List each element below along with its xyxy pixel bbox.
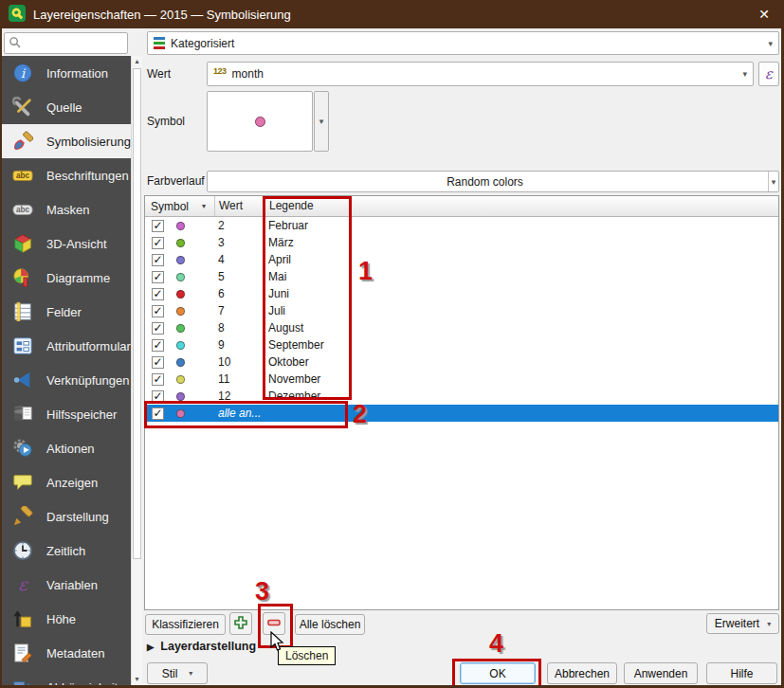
category-row[interactable]: ✓12Dezember	[145, 388, 778, 405]
window-border-left	[0, 28, 2, 688]
color-ramp-select[interactable]: Random colors ▾	[207, 171, 779, 192]
sidebar-item-beschriftungen[interactable]: abcBeschriftungen	[2, 158, 131, 192]
category-checkbox[interactable]: ✓	[152, 254, 164, 266]
category-row[interactable]: ✓8August	[145, 319, 778, 336]
variablen-icon: ε	[11, 573, 34, 596]
wert-select[interactable]: 123 month ▾	[207, 62, 754, 86]
quelle-icon	[11, 96, 34, 118]
header-wert[interactable]: Wert	[214, 196, 264, 216]
sidebar-item-darstellung[interactable]: Darstellung	[2, 499, 131, 534]
sidebar-item-label: Information	[46, 66, 108, 81]
category-row[interactable]: ✓6Juni	[145, 285, 778, 302]
sidebar-item-aktionen[interactable]: Aktionen	[2, 431, 131, 465]
category-checkbox[interactable]: ✓	[152, 220, 164, 232]
category-checkbox[interactable]: ✓	[152, 305, 164, 317]
sidebar-item-3d-ansicht[interactable]: 3D-Ansicht	[2, 226, 131, 261]
header-legende[interactable]: Legende	[264, 196, 778, 216]
sidebar-search[interactable]	[4, 32, 128, 54]
category-row[interactable]: ✓2Februar	[145, 217, 778, 234]
sidebar-item-hilfsspeicher[interactable]: Hilfsspeicher	[2, 397, 131, 431]
category-row[interactable]: ✓4April	[145, 251, 778, 268]
scroll-down-icon[interactable]: ▾	[132, 674, 142, 685]
erweitert-button[interactable]: Erweitert ▾	[706, 613, 779, 634]
sidebar-item-label: Darstellung	[46, 510, 109, 524]
hilfe-button[interactable]: Hilfe	[706, 662, 777, 684]
window-title: Layereigenschaften — 2015 — Symbolisieru…	[33, 8, 291, 22]
abbrechen-button[interactable]: Abbrechen	[547, 662, 617, 684]
category-row[interactable]: ✓3März	[145, 234, 778, 251]
scroll-up-icon[interactable]: ▴	[132, 56, 142, 67]
wert-label: Wert	[147, 62, 171, 86]
category-checkbox[interactable]: ✓	[152, 339, 164, 352]
sidebar-item-verknuepfungen[interactable]: Verknüpfungen	[2, 363, 131, 397]
sidebar-item-felder[interactable]: Felder	[2, 295, 131, 329]
category-row[interactable]: ✓10Oktober	[145, 353, 778, 371]
symbol-dropdown-button[interactable]: ▾	[314, 91, 329, 152]
sidebar-item-anzeigen[interactable]: Anzeigen	[2, 465, 131, 499]
sidebar-item-metadaten[interactable]: Metadaten	[2, 636, 131, 670]
category-row[interactable]: ✓5Mai	[145, 268, 778, 285]
category-row[interactable]: ✓9September	[145, 336, 778, 353]
sidebar-item-abhaengigkeiten[interactable]: Abhängigkeiten	[2, 670, 131, 685]
category-table-body: ✓2Februar✓3März✓4April✓5Mai✓6Juni✓7Juli✓…	[145, 217, 778, 422]
sidebar-item-label: Verknüpfungen	[46, 373, 129, 388]
renderer-select[interactable]: Kategorisiert ▾	[147, 31, 779, 55]
sidebar-item-label: Masken	[46, 203, 90, 217]
chevron-down-icon[interactable]: ▾	[768, 172, 778, 191]
category-row[interactable]: ✓11November	[145, 371, 778, 388]
ok-button[interactable]: OK	[460, 662, 536, 684]
sidebar-scrollbar[interactable]: ▴ ▾	[131, 56, 142, 685]
anzeigen-icon	[11, 471, 34, 494]
stil-button[interactable]: Stil ▾	[147, 662, 208, 684]
expression-builder-button[interactable]: ε	[758, 62, 779, 86]
metadaten-icon	[11, 642, 34, 664]
stil-label: Stil	[162, 667, 178, 680]
alle-loeschen-button[interactable]: Alle löschen	[295, 614, 365, 635]
sidebar-item-zeitlich[interactable]: Zeitlich	[2, 534, 131, 568]
category-wert: 12	[214, 389, 264, 403]
chevron-down-icon: ▾	[189, 669, 192, 678]
category-table-header[interactable]: Symbol ▾ Wert Legende	[145, 196, 778, 217]
category-legende: Juli	[264, 304, 778, 317]
3d-ansicht-icon	[11, 232, 34, 255]
anwenden-button[interactable]: Anwenden	[624, 662, 698, 684]
scrollbar-thumb[interactable]	[133, 68, 141, 559]
masken-icon: abc	[11, 198, 34, 221]
chevron-down-icon: ▾	[768, 39, 773, 48]
sidebar-item-label: Symbolisierung	[46, 135, 131, 149]
category-checkbox[interactable]: ✓	[152, 237, 164, 249]
category-checkbox[interactable]: ✓	[152, 288, 164, 300]
titlebar[interactable]: Layereigenschaften — 2015 — Symbolisieru…	[0, 0, 784, 28]
close-button[interactable]: ✕	[758, 7, 770, 22]
darstellung-icon	[11, 505, 34, 528]
category-checkbox[interactable]: ✓	[152, 356, 164, 369]
category-symbol-dot	[176, 307, 185, 316]
add-category-button[interactable]	[229, 612, 252, 635]
search-input[interactable]	[25, 37, 119, 50]
category-checkbox[interactable]: ✓	[152, 407, 164, 420]
category-checkbox[interactable]: ✓	[152, 322, 164, 335]
category-legende: Juni	[264, 287, 778, 300]
klassifizieren-button[interactable]: Klassifizieren	[145, 614, 226, 635]
sidebar-item-attributformular[interactable]: Attributformular	[2, 329, 131, 363]
sidebar-item-quelle[interactable]: Quelle	[2, 90, 131, 124]
category-checkbox[interactable]: ✓	[152, 373, 164, 386]
symbol-preview[interactable]	[207, 91, 313, 152]
sidebar-item-diagramme[interactable]: Diagramme	[2, 261, 131, 295]
sidebar-item-symbolisierung[interactable]: Symbolisierung	[2, 124, 131, 158]
category-checkbox[interactable]: ✓	[152, 271, 164, 283]
sidebar-item-label: Zeitlich	[46, 544, 85, 558]
sidebar-item-hoehe[interactable]: Höhe	[2, 602, 131, 636]
layerdarstellung-expander[interactable]: ▶ Layerdarstellung	[147, 640, 256, 653]
sidebar-item-information[interactable]: iInformation	[2, 56, 131, 90]
category-wert: 9	[214, 338, 264, 352]
erweitert-label: Erweitert	[715, 617, 759, 630]
category-row[interactable]: ✓7Juli	[145, 302, 778, 319]
sidebar-item-variablen[interactable]: εVariablen	[2, 568, 131, 602]
category-checkbox[interactable]: ✓	[152, 390, 164, 403]
sidebar-item-masken[interactable]: abcMasken	[2, 192, 131, 226]
sort-icon[interactable]: ▾	[202, 202, 206, 210]
felder-icon	[11, 300, 34, 323]
header-symbol[interactable]: Symbol	[151, 200, 189, 213]
category-row[interactable]: ✓alle an...	[145, 405, 778, 422]
